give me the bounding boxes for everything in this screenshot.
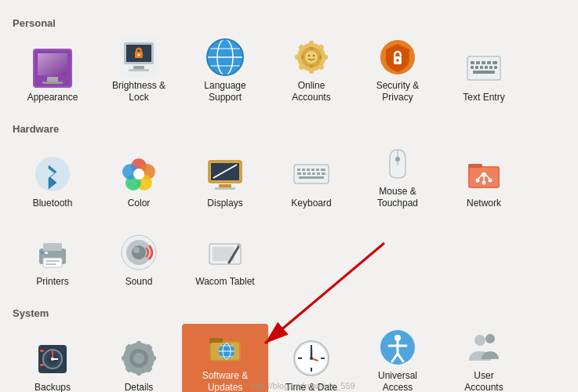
svg-rect-70 [321, 169, 325, 171]
svg-rect-44 [493, 61, 497, 64]
svg-point-147 [474, 335, 485, 346]
svg-rect-49 [489, 66, 493, 69]
wacom-tablet-label: Wacom Tablet [195, 276, 254, 289]
svg-point-148 [485, 334, 495, 343]
brightness-lock-label: Brightness &Lock [112, 80, 165, 104]
time-date-icon [291, 338, 332, 379]
svg-rect-4 [47, 77, 58, 82]
svg-point-89 [482, 181, 486, 185]
svg-rect-48 [485, 66, 488, 69]
item-online-accounts[interactable]: OnlineAccounts [268, 34, 354, 112]
svg-rect-50 [494, 66, 497, 69]
svg-rect-46 [475, 66, 478, 69]
svg-rect-45 [471, 66, 474, 69]
svg-rect-114 [136, 341, 141, 348]
svg-rect-94 [41, 252, 43, 254]
svg-rect-73 [307, 172, 311, 175]
svg-rect-3 [38, 53, 67, 75]
svg-rect-117 [149, 356, 156, 361]
language-support-icon [205, 38, 245, 77]
item-backups[interactable]: Backups [9, 324, 96, 392]
item-user-accounts[interactable]: UserAccounts [441, 324, 527, 392]
appearance-icon [32, 48, 73, 89]
svg-rect-69 [316, 169, 319, 171]
item-security-privacy[interactable]: Security &Privacy [354, 34, 441, 112]
svg-point-100 [133, 247, 140, 253]
svg-rect-66 [302, 169, 305, 171]
online-accounts-label: OnlineAccounts [292, 80, 330, 104]
svg-point-140 [310, 357, 313, 360]
hardware-grid: Bluetooth Color [9, 140, 569, 296]
svg-rect-67 [307, 169, 310, 171]
section-personal: Personal [13, 17, 569, 29]
personal-grid: Appearance Brightness &Lock [9, 34, 569, 112]
color-label: Color [128, 198, 151, 210]
backups-label: Backups [35, 382, 71, 392]
svg-rect-5 [42, 82, 63, 84]
item-network[interactable]: Network [441, 140, 527, 218]
watermark: http://blog.csdn/weixin_559 [251, 381, 355, 390]
item-wacom-tablet[interactable]: Wacom Tablet [182, 218, 268, 296]
svg-rect-112 [40, 364, 44, 366]
item-color[interactable]: Color [96, 140, 182, 218]
item-language-support[interactable]: LanguageSupport [182, 34, 268, 112]
item-details[interactable]: Details [96, 324, 182, 392]
section-system: System [13, 307, 569, 319]
svg-rect-71 [297, 172, 301, 175]
security-privacy-icon [377, 38, 418, 77]
brightness-lock-icon [118, 38, 159, 77]
item-appearance[interactable]: Appearance [9, 34, 96, 112]
svg-rect-43 [487, 61, 491, 64]
svg-rect-96 [45, 263, 56, 265]
bluetooth-label: Bluetooth [33, 198, 73, 210]
item-printers[interactable]: Printers [9, 218, 96, 296]
svg-rect-93 [45, 252, 48, 254]
svg-rect-62 [219, 184, 231, 187]
svg-point-87 [476, 179, 480, 183]
item-sound[interactable]: Sound [96, 218, 182, 296]
svg-rect-47 [480, 66, 483, 69]
svg-rect-92 [43, 258, 62, 267]
sound-icon [118, 232, 159, 273]
universal-access-icon [377, 328, 418, 367]
svg-rect-72 [303, 172, 306, 175]
printers-label: Printers [36, 276, 68, 289]
item-mouse-touchpad[interactable]: Mouse &Touchpad [354, 140, 441, 218]
svg-point-38 [396, 59, 399, 62]
svg-point-34 [308, 55, 310, 56]
mouse-touchpad-label: Mouse &Touchpad [377, 186, 418, 210]
online-accounts-icon [291, 38, 332, 77]
text-entry-icon [463, 48, 504, 89]
item-text-entry[interactable]: Text Entry [441, 34, 527, 112]
svg-rect-74 [312, 172, 315, 175]
svg-rect-63 [215, 187, 235, 190]
svg-rect-25 [309, 41, 314, 47]
svg-rect-9 [133, 66, 144, 69]
item-brightness-lock[interactable]: Brightness &Lock [96, 34, 182, 112]
svg-point-88 [489, 179, 493, 183]
item-universal-access[interactable]: UniversalAccess [354, 324, 441, 392]
displays-label: Displays [207, 198, 242, 210]
item-bluetooth[interactable]: Bluetooth [9, 140, 96, 218]
svg-rect-75 [317, 172, 320, 175]
software-updates-label: Software &Updates [202, 370, 249, 392]
keyboard-icon [291, 154, 332, 194]
universal-access-label: UniversalAccess [378, 370, 417, 392]
svg-rect-116 [122, 356, 129, 361]
appearance-label: Appearance [27, 92, 78, 104]
text-entry-label: Text Entry [463, 92, 504, 104]
svg-point-123 [133, 353, 144, 364]
details-label: Details [125, 382, 154, 392]
svg-point-110 [51, 358, 54, 361]
svg-point-99 [132, 245, 146, 260]
svg-rect-27 [295, 55, 301, 60]
item-keyboard[interactable]: Keyboard [268, 140, 354, 218]
sound-label: Sound [125, 276, 153, 289]
color-icon [118, 154, 159, 194]
software-updates-icon [205, 328, 245, 367]
svg-rect-42 [482, 61, 485, 64]
item-displays[interactable]: Displays [182, 140, 268, 218]
svg-point-12 [138, 53, 140, 56]
language-support-label: LanguageSupport [204, 80, 245, 104]
svg-rect-91 [43, 243, 62, 251]
